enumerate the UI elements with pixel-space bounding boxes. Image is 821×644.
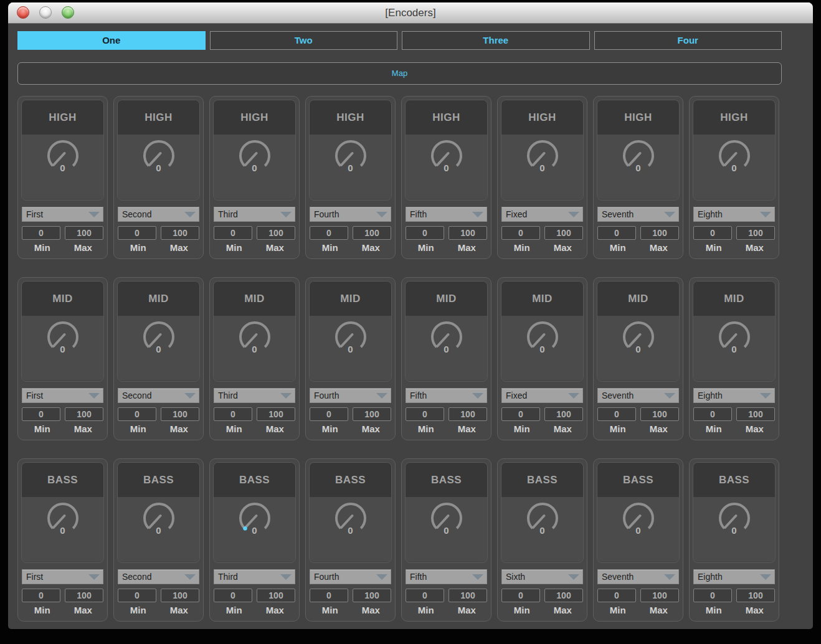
parameter-dropdown[interactable]: Fixed [501, 388, 583, 403]
parameter-dropdown[interactable]: Sixth [501, 569, 583, 584]
max-value-field[interactable]: 100 [65, 407, 103, 421]
max-value-field[interactable]: 100 [353, 589, 391, 602]
parameter-dropdown[interactable]: Third [214, 569, 295, 584]
max-value-field[interactable]: 100 [161, 226, 199, 240]
min-label: Min [118, 605, 159, 615]
chevron-down-icon [568, 393, 579, 399]
tab-three[interactable]: Three [402, 31, 590, 50]
encoder-panel-bass-7: BASS 0 Seventh 0 100 Min Max [593, 458, 683, 622]
min-value-field[interactable]: 0 [22, 226, 60, 240]
min-value-field[interactable]: 0 [501, 589, 540, 602]
encoder-title: MID [118, 282, 199, 316]
min-label: Min [22, 605, 63, 615]
parameter-dropdown[interactable]: Seventh [597, 569, 679, 584]
tab-two[interactable]: Two [210, 31, 398, 50]
chevron-down-icon [760, 393, 771, 399]
min-value-field[interactable]: 0 [310, 407, 348, 421]
min-label: Min [310, 424, 351, 434]
min-value-field[interactable]: 0 [214, 407, 252, 421]
chevron-down-icon [760, 574, 771, 580]
knob-value: 0 [731, 344, 736, 354]
max-value-field[interactable]: 100 [544, 226, 583, 240]
min-value-field[interactable]: 0 [501, 226, 540, 240]
min-value-field[interactable]: 0 [597, 226, 636, 240]
min-value-field[interactable]: 0 [693, 407, 732, 421]
min-label: Min [22, 242, 63, 253]
min-value-field[interactable]: 0 [406, 226, 444, 240]
min-value-field[interactable]: 0 [118, 407, 156, 421]
min-value-field[interactable]: 0 [406, 589, 444, 602]
max-value-field[interactable]: 100 [65, 589, 103, 602]
encoder-panel-mid-6: MID 0 Fixed 0 100 Min Max [497, 277, 587, 440]
max-value-field[interactable]: 100 [257, 226, 295, 240]
min-value-field[interactable]: 0 [693, 226, 732, 240]
parameter-dropdown[interactable]: First [22, 388, 103, 403]
min-label: Min [597, 424, 638, 434]
patcher-content: One Two Three Four Map HIGH 0 First 0 [8, 24, 813, 622]
min-label: Min [693, 605, 734, 615]
parameter-dropdown[interactable]: Third [214, 388, 295, 403]
max-value-field[interactable]: 100 [257, 589, 295, 602]
parameter-dropdown[interactable]: Eighth [693, 569, 775, 584]
max-value-field[interactable]: 100 [544, 589, 583, 602]
min-value-field[interactable]: 0 [214, 589, 252, 602]
min-label: Min [501, 424, 543, 434]
parameter-dropdown[interactable]: Fifth [406, 569, 487, 584]
title-bar[interactable]: [Encoders] [8, 2, 813, 24]
encoder-title: HIGH [118, 100, 199, 135]
parameter-dropdown[interactable]: Eighth [693, 388, 775, 403]
min-value-field[interactable]: 0 [214, 226, 252, 240]
max-value-field[interactable]: 100 [544, 407, 583, 421]
min-value-field[interactable]: 0 [22, 589, 60, 602]
max-value-field[interactable]: 100 [448, 226, 487, 240]
parameter-dropdown[interactable]: Second [118, 207, 199, 222]
parameter-dropdown[interactable]: Second [118, 569, 199, 584]
min-value-field[interactable]: 0 [693, 589, 732, 602]
max-value-field[interactable]: 100 [161, 589, 199, 602]
encoder-panel-high-3: HIGH 0 Third 0 100 Min Max [209, 96, 300, 259]
map-button[interactable]: Map [17, 62, 782, 85]
max-value-field[interactable]: 100 [448, 589, 487, 602]
tab-one[interactable]: One [17, 31, 206, 50]
min-value-field[interactable]: 0 [310, 226, 348, 240]
max-value-field[interactable]: 100 [65, 226, 103, 240]
parameter-dropdown[interactable]: Eighth [693, 207, 775, 222]
parameter-dropdown[interactable]: Seventh [597, 388, 679, 403]
min-value-field[interactable]: 0 [597, 589, 636, 602]
parameter-dropdown[interactable]: Third [214, 207, 295, 222]
min-label: Min [597, 242, 638, 253]
parameter-dropdown[interactable]: Fourth [310, 388, 391, 403]
parameter-dropdown[interactable]: Seventh [597, 207, 679, 222]
parameter-dropdown[interactable]: Fifth [406, 388, 487, 403]
chevron-down-icon [376, 393, 387, 399]
min-value-field[interactable]: 0 [597, 407, 636, 421]
chevron-down-icon [472, 393, 483, 399]
max-value-field[interactable]: 100 [353, 407, 391, 421]
max-value-field[interactable]: 100 [736, 589, 775, 602]
parameter-dropdown[interactable]: Fourth [310, 569, 391, 584]
max-value-field[interactable]: 100 [640, 589, 679, 602]
max-value-field[interactable]: 100 [640, 226, 679, 240]
min-value-field[interactable]: 0 [118, 589, 156, 602]
max-value-field[interactable]: 100 [736, 226, 775, 240]
parameter-dropdown[interactable]: Second [118, 388, 199, 403]
parameter-dropdown[interactable]: First [22, 207, 103, 222]
max-value-field[interactable]: 100 [353, 226, 391, 240]
max-value-field[interactable]: 100 [448, 407, 487, 421]
parameter-dropdown[interactable]: First [22, 569, 103, 584]
max-value-field[interactable]: 100 [640, 407, 679, 421]
max-value-field[interactable]: 100 [257, 407, 295, 421]
min-value-field[interactable]: 0 [22, 407, 60, 421]
parameter-dropdown[interactable]: Fourth [310, 207, 391, 222]
parameter-dropdown[interactable]: Fixed [501, 207, 583, 222]
min-value-field[interactable]: 0 [406, 407, 444, 421]
knob-value: 0 [252, 163, 257, 173]
chevron-down-icon [184, 574, 196, 580]
max-value-field[interactable]: 100 [736, 407, 775, 421]
min-value-field[interactable]: 0 [310, 589, 348, 602]
tab-four[interactable]: Four [594, 31, 782, 50]
min-value-field[interactable]: 0 [501, 407, 540, 421]
min-value-field[interactable]: 0 [118, 226, 156, 240]
parameter-dropdown[interactable]: Fifth [406, 207, 487, 222]
max-value-field[interactable]: 100 [161, 407, 199, 421]
